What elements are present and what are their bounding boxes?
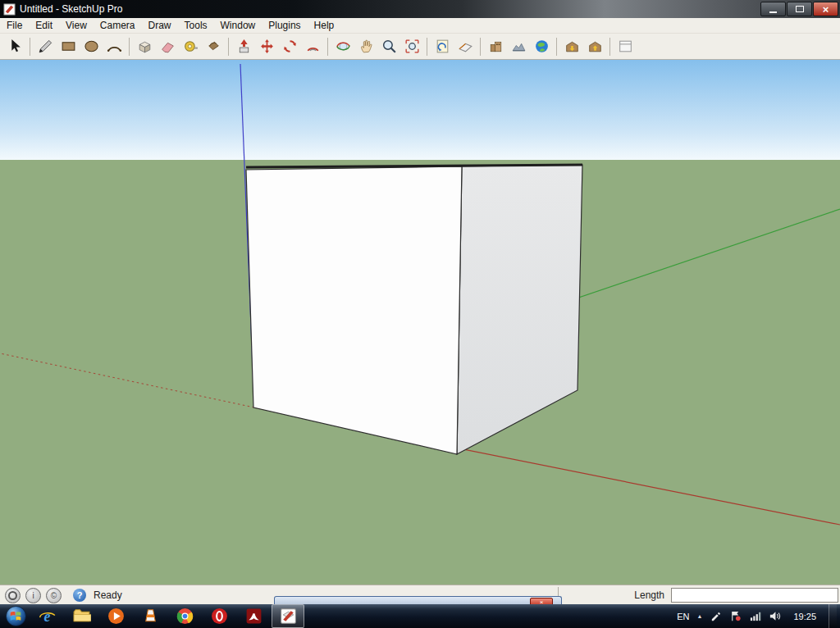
offset-tool-button[interactable] [301,35,324,57]
line-tool-button[interactable] [34,35,57,57]
taskbar-item-internet-explorer[interactable]: e [30,604,63,628]
push-pull-icon [235,38,253,55]
pen-input-icon[interactable] [710,610,722,622]
eraser-tool-button[interactable] [156,35,179,57]
maximize-button[interactable] [787,2,812,16]
minimize-button[interactable] [760,2,786,16]
info-glyph: i [32,591,34,600]
adobe-reader-icon [244,607,263,626]
rotate-tool-button[interactable] [278,35,301,57]
component-box-icon [136,38,153,55]
taskbar-item-opera[interactable] [203,604,235,628]
extension-warehouse-button[interactable] [614,35,637,57]
sketchup-app-icon [3,3,16,16]
start-button[interactable] [2,604,30,628]
orbit-tool-button[interactable] [331,35,354,57]
window-titlebar[interactable]: Untitled - SketchUp Pro × [0,0,840,18]
menu-help[interactable]: Help [308,18,341,33]
arc-tool-button[interactable] [103,35,126,57]
menu-window[interactable]: Window [214,18,262,33]
menu-camera[interactable]: Camera [94,18,142,33]
model-canvas[interactable] [0,60,840,585]
taskbar-item-chrome[interactable] [168,604,201,628]
rotate-icon [281,38,299,55]
claim-credit-icon[interactable]: i [25,588,41,603]
select-tool-button[interactable] [3,35,26,57]
menu-help-label: Help [314,20,335,31]
toggle-terrain-button[interactable] [507,35,530,57]
tape-measure-icon [182,38,199,55]
show-desktop-button[interactable] [829,604,837,628]
section-plane-button[interactable] [454,35,477,57]
move-tool-button[interactable] [255,35,278,57]
toolbar-separator [427,38,427,56]
measurement-value-box[interactable] [671,588,838,603]
toolbar-separator [327,38,328,56]
menu-edit-label: Edit [35,20,52,31]
taskbar-item-sketchup[interactable] [272,604,304,628]
volume-icon[interactable] [769,610,781,622]
chevron-up-icon[interactable]: ▲ [697,613,703,619]
add-location-button[interactable] [484,35,507,57]
menu-bar: File Edit View Camera Draw Tools Window … [0,18,840,34]
paint-bucket-button[interactable] [202,35,225,57]
language-indicator[interactable]: EN [677,612,689,621]
share-model-button[interactable] [583,35,606,57]
3d-viewport[interactable] [0,60,840,585]
taskbar-item-vlc[interactable] [134,604,167,628]
taskbar-item-file-explorer[interactable] [65,604,98,628]
taskbar-item-media-player[interactable] [99,604,132,628]
taskbar: e [0,604,840,628]
network-signal-icon[interactable] [749,610,761,622]
system-tray: EN ▲ 19:25 [677,604,840,628]
geo-location-icon[interactable] [5,588,21,603]
close-button[interactable]: × [813,2,838,16]
menu-draw[interactable]: Draw [142,18,178,33]
model-credit-icon[interactable]: © [46,588,62,603]
make-component-button[interactable] [133,35,156,57]
menu-view[interactable]: View [59,18,94,33]
toolbar-separator [609,38,610,56]
menu-edit[interactable]: Edit [29,18,59,33]
svg-text:e: e [43,608,50,625]
pencil-icon [37,38,54,55]
menu-file[interactable]: File [0,18,29,33]
section-plane-icon [457,38,474,55]
arc-icon [106,38,123,55]
internet-explorer-icon: e [38,607,57,626]
menu-plugins-label: Plugins [268,20,300,31]
menu-plugins[interactable]: Plugins [262,18,307,33]
pan-hand-icon [358,38,375,55]
offset-icon [304,38,322,55]
help-icon[interactable]: ? [73,589,86,602]
maximize-icon [796,6,804,12]
zoom-extents-button[interactable] [400,35,423,57]
tape-measure-button[interactable] [179,35,202,57]
toolbar-separator [556,38,557,56]
chrome-icon [176,607,194,626]
get-models-button[interactable] [560,35,583,57]
push-pull-button[interactable] [232,35,255,57]
close-icon: × [823,4,829,15]
taskbar-item-adobe-reader[interactable] [237,604,270,628]
google-earth-button[interactable] [530,35,553,57]
previous-view-button[interactable] [431,35,454,57]
action-center-flag-icon[interactable] [729,610,742,622]
get-models-warehouse-icon [564,38,581,55]
menu-tools[interactable]: Tools [178,18,214,33]
zoom-extents-icon [404,38,421,55]
desktop-screen: Untitled - SketchUp Pro × File Edit View… [0,0,840,628]
extension-panel-icon [617,38,634,55]
rectangle-tool-button[interactable] [57,35,80,57]
sky [0,60,840,161]
clock[interactable]: 19:25 [793,612,816,621]
cube-front-face[interactable] [246,166,462,454]
zoom-tool-button[interactable] [377,35,400,57]
move-icon [258,38,276,55]
orbit-icon [335,38,352,55]
menu-file-label: File [7,20,22,31]
pan-tool-button[interactable] [354,35,377,57]
minimize-icon [769,11,777,13]
windows-start-orb-icon [5,605,27,627]
circle-tool-button[interactable] [80,35,103,57]
